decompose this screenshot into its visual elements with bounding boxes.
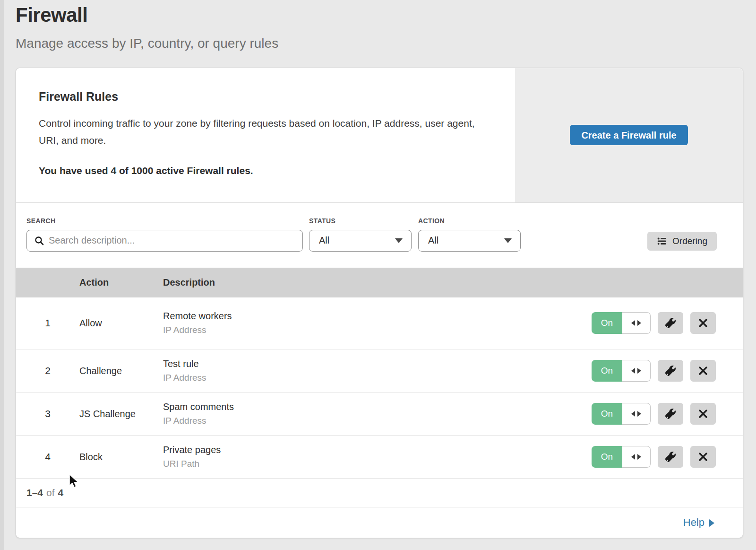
rule-description: Remote workers — [163, 311, 587, 322]
page-subtitle: Manage access by IP, country, or query r… — [16, 36, 278, 51]
rule-priority: 3 — [16, 408, 79, 419]
triangle-right-icon — [637, 411, 641, 417]
column-description: Description — [163, 277, 587, 288]
filters-bar: SEARCH STATUS All ACTION All — [16, 203, 743, 268]
rule-enabled-toggle[interactable]: On — [592, 360, 651, 382]
triangle-left-icon — [631, 454, 635, 460]
wrench-icon — [665, 318, 676, 328]
toggle-knob — [622, 403, 651, 425]
triangle-right-icon — [637, 320, 641, 326]
rule-priority: 4 — [16, 451, 79, 463]
intro-text-block: Firewall Rules Control incoming traffic … — [16, 68, 515, 202]
rule-enabled-toggle[interactable]: On — [592, 403, 651, 425]
edit-rule-button[interactable] — [658, 360, 683, 382]
action-filter-group: ACTION All — [418, 217, 521, 252]
pagination: 1–4 of 4 — [16, 479, 743, 507]
rule-priority: 1 — [16, 317, 79, 329]
create-firewall-rule-button[interactable]: Create a Firewall rule — [570, 125, 687, 145]
table-row: 4 Block Private pages URI Path On — [16, 436, 743, 479]
search-box[interactable] — [26, 230, 303, 252]
wrench-icon — [665, 409, 676, 419]
edit-rule-button[interactable] — [658, 446, 683, 468]
section-title: Firewall Rules — [39, 90, 492, 104]
status-select[interactable]: All — [309, 230, 412, 252]
rule-action: Allow — [79, 318, 163, 329]
firewall-rules-card: Firewall Rules Control incoming traffic … — [16, 68, 743, 538]
search-input[interactable] — [49, 235, 295, 246]
rule-description: Test rule — [163, 358, 587, 369]
section-description: Control incoming traffic to your zone by… — [39, 115, 488, 149]
table-row: 3 JS Challenge Spam comments IP Address … — [16, 393, 743, 436]
rule-description: Private pages — [163, 445, 587, 455]
search-icon — [34, 236, 44, 245]
search-label: SEARCH — [26, 217, 303, 225]
edit-rule-button[interactable] — [658, 312, 683, 334]
page-header: Firewall Manage access by IP, country, o… — [16, 4, 278, 51]
rule-match-type: IP Address — [163, 416, 587, 426]
column-action: Action — [79, 277, 163, 288]
page-title: Firewall — [16, 4, 278, 26]
ordering-button[interactable]: Ordering — [647, 232, 717, 251]
rule-match-type: IP Address — [163, 373, 587, 383]
card-footer: Help — [16, 507, 743, 538]
rule-priority: 2 — [16, 365, 79, 376]
status-label: STATUS — [309, 217, 412, 225]
rule-enabled-toggle[interactable]: On — [592, 312, 651, 334]
close-icon — [698, 409, 708, 419]
action-label: ACTION — [418, 217, 521, 225]
intro-section: Firewall Rules Control incoming traffic … — [16, 68, 743, 203]
delete-rule-button[interactable] — [690, 403, 716, 425]
rule-match-type: IP Address — [163, 325, 587, 335]
toggle-knob — [622, 446, 651, 468]
chevron-down-icon — [504, 238, 512, 243]
close-icon — [698, 452, 708, 462]
rule-action: JS Challenge — [79, 409, 163, 419]
triangle-left-icon — [631, 320, 635, 326]
table-row: 1 Allow Remote workers IP Address On — [16, 297, 743, 350]
toggle-on-label: On — [592, 403, 622, 425]
pagination-total: 4 — [58, 487, 64, 498]
toggle-knob — [622, 360, 651, 382]
rule-action: Block — [79, 452, 163, 463]
rule-action: Challenge — [79, 366, 163, 376]
toggle-on-label: On — [592, 360, 622, 382]
close-icon — [698, 318, 708, 328]
help-arrow-icon — [709, 519, 714, 527]
ordering-label: Ordering — [672, 236, 707, 246]
help-label: Help — [683, 516, 704, 529]
status-selected-value: All — [319, 235, 329, 246]
delete-rule-button[interactable] — [690, 446, 716, 468]
chevron-down-icon — [395, 238, 403, 243]
action-selected-value: All — [428, 235, 438, 246]
triangle-right-icon — [637, 454, 641, 460]
wrench-icon — [665, 452, 676, 462]
toggle-knob — [622, 312, 651, 334]
table-row: 2 Challenge Test rule IP Address On — [16, 349, 743, 393]
toggle-on-label: On — [592, 312, 622, 334]
ordering-list-icon — [657, 236, 667, 246]
rule-description: Spam comments — [163, 402, 587, 412]
action-select[interactable]: All — [418, 230, 521, 252]
close-icon — [698, 366, 708, 375]
triangle-left-icon — [631, 411, 635, 417]
screen-edge — [0, 0, 4, 550]
rule-match-type: URI Path — [163, 459, 587, 469]
edit-rule-button[interactable] — [658, 403, 683, 425]
status-filter-group: STATUS All — [309, 217, 412, 252]
help-link[interactable]: Help — [683, 516, 714, 529]
delete-rule-button[interactable] — [690, 312, 716, 334]
toggle-on-label: On — [592, 446, 622, 468]
usage-summary: You have used 4 of 1000 active Firewall … — [39, 165, 492, 176]
search-filter-group: SEARCH — [26, 217, 303, 252]
pagination-of: of — [46, 487, 55, 498]
triangle-right-icon — [637, 368, 641, 374]
wrench-icon — [665, 366, 676, 376]
create-rule-panel: Create a Firewall rule — [515, 68, 743, 202]
rule-enabled-toggle[interactable]: On — [592, 446, 651, 468]
delete-rule-button[interactable] — [690, 360, 716, 382]
pagination-range: 1–4 — [26, 487, 43, 498]
triangle-left-icon — [631, 368, 635, 374]
table-header: Action Description — [16, 268, 743, 297]
